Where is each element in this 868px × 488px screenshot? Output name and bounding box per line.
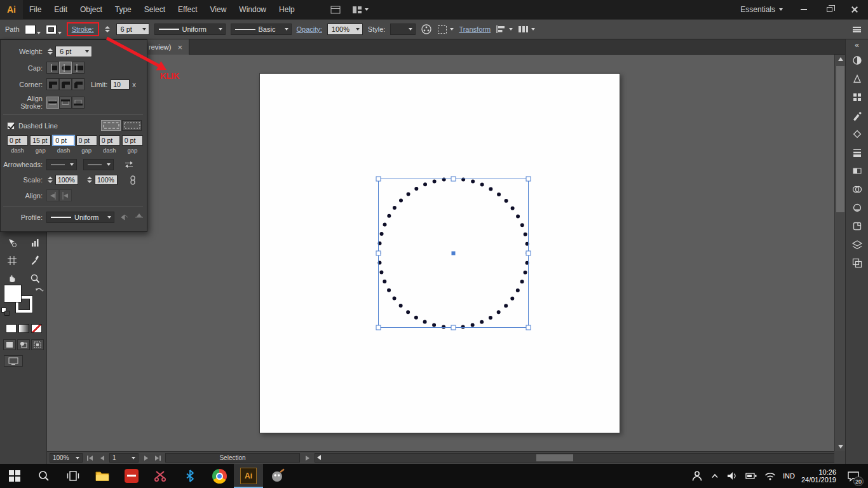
volume-icon[interactable]	[726, 470, 739, 482]
fill-swatch-group[interactable]	[25, 25, 41, 34]
control-panel-menu-button[interactable]	[850, 24, 863, 36]
transparency-panel-icon[interactable]	[846, 180, 868, 198]
swap-fill-stroke-icon[interactable]	[35, 285, 44, 293]
last-artboard-button[interactable]	[153, 454, 163, 462]
scroll-left-icon[interactable]	[317, 455, 321, 460]
color-button[interactable]	[6, 324, 17, 333]
previous-artboard-button[interactable]	[97, 454, 107, 462]
bevel-join-button[interactable]	[72, 78, 85, 90]
align-dashes-to-corners-button[interactable]	[122, 120, 142, 131]
align-arrow-tip-button[interactable]	[46, 189, 59, 201]
fill-color-swatch[interactable]	[4, 285, 22, 302]
file-explorer-button[interactable]	[88, 464, 117, 488]
next-artboard-button[interactable]	[141, 454, 151, 462]
butt-cap-button[interactable]	[46, 62, 59, 74]
zoom-tool[interactable]	[25, 271, 44, 286]
gradient-button[interactable]	[18, 324, 29, 333]
menu-type[interactable]: Type	[109, 0, 138, 19]
restore-button[interactable]	[820, 2, 839, 17]
miter-join-button[interactable]	[46, 78, 59, 90]
dash-input-1[interactable]	[7, 135, 28, 146]
show-hidden-icons-chevron[interactable]	[710, 471, 720, 480]
color-guide-panel-icon[interactable]	[846, 69, 868, 88]
align-options-button[interactable]	[496, 25, 513, 34]
symbols-panel-icon[interactable]	[846, 125, 868, 143]
graphic-style-select[interactable]	[390, 24, 416, 35]
red-app-button[interactable]	[117, 464, 146, 488]
isolate-options-button[interactable]	[437, 25, 454, 34]
layers-panel-icon[interactable]	[846, 235, 868, 254]
document-window-icon[interactable]	[330, 5, 341, 15]
align-arrow-end-button[interactable]	[59, 189, 72, 201]
dash-input-2[interactable]	[53, 135, 74, 146]
menu-object[interactable]: Object	[74, 0, 109, 19]
dashed-line-checkbox[interactable]	[7, 122, 15, 130]
recolor-artwork-icon[interactable]	[421, 24, 432, 35]
network-icon[interactable]	[764, 471, 776, 481]
menu-edit[interactable]: Edit	[48, 0, 74, 19]
canvas[interactable]	[47, 55, 834, 451]
brushes-panel-icon[interactable]	[846, 106, 868, 125]
draw-normal-button[interactable]	[3, 339, 16, 350]
zoom-select[interactable]: 100%	[50, 453, 83, 463]
menu-file[interactable]: File	[23, 0, 48, 19]
weight-stepper[interactable]	[46, 48, 53, 55]
menu-effect[interactable]: Effect	[172, 0, 203, 19]
eyedropper-tool[interactable]	[25, 253, 44, 268]
stroke-panel-link[interactable]: Stroke:	[72, 25, 94, 33]
round-cap-button[interactable]	[59, 62, 72, 74]
stroke-panel-icon[interactable]	[846, 143, 868, 161]
gimp-button[interactable]	[263, 464, 292, 488]
tab-close-icon[interactable]: ×	[177, 43, 182, 51]
swatches-panel-icon[interactable]	[846, 88, 868, 106]
workspace-switcher[interactable]: Essentials	[735, 5, 788, 14]
none-button[interactable]	[31, 324, 42, 333]
projecting-cap-button[interactable]	[72, 62, 85, 74]
language-indicator[interactable]: IND	[783, 472, 795, 480]
link-scales-icon[interactable]	[129, 175, 137, 185]
battery-icon[interactable]	[745, 471, 757, 480]
weight-select[interactable]: 6 pt	[55, 46, 92, 57]
align-stroke-center-button[interactable]	[46, 97, 59, 109]
dash-input-3[interactable]	[99, 135, 120, 146]
scale-start-input[interactable]	[55, 175, 78, 185]
gap-input-3[interactable]	[122, 135, 143, 146]
minimize-button[interactable]	[794, 2, 813, 17]
expand-panels-icon[interactable]: «	[846, 39, 868, 51]
stroke-swatch-group[interactable]	[46, 25, 62, 34]
gradient-panel-icon[interactable]	[846, 161, 868, 180]
flip-along-icon[interactable]	[119, 214, 129, 221]
artboards-panel-icon[interactable]	[846, 254, 868, 272]
draw-inside-button[interactable]	[31, 339, 44, 350]
column-graph-tool[interactable]	[25, 235, 44, 250]
default-fill-stroke-icon[interactable]	[1, 308, 10, 316]
opacity-link[interactable]: Opacity:	[297, 25, 322, 33]
opacity-select[interactable]: 100%	[327, 24, 363, 35]
transform-link[interactable]: Transform	[459, 25, 491, 33]
flip-across-icon[interactable]	[135, 213, 143, 222]
menu-select[interactable]: Select	[138, 0, 172, 19]
status-options-icon[interactable]	[302, 454, 312, 462]
hand-tool[interactable]	[3, 271, 22, 286]
stroke-weight-stepper[interactable]	[104, 26, 111, 32]
menu-window[interactable]: Window	[233, 0, 273, 19]
color-panel-icon[interactable]	[846, 51, 868, 69]
variable-width-profile-select[interactable]: Uniform	[154, 24, 226, 35]
horizontal-scrollbar[interactable]	[315, 453, 843, 463]
scissors-app-button[interactable]	[146, 464, 175, 488]
menu-view[interactable]: View	[204, 0, 233, 19]
brush-definition-select[interactable]: Basic	[231, 24, 292, 35]
action-center-button[interactable]: 20	[843, 464, 864, 488]
taskbar-search-button[interactable]	[29, 464, 58, 488]
gap-input-1[interactable]	[30, 135, 51, 146]
width-profile-select[interactable]: Uniform	[46, 212, 114, 223]
align-stroke-inside-button[interactable]	[59, 97, 72, 109]
draw-behind-button[interactable]	[17, 339, 30, 350]
start-button[interactable]	[0, 464, 29, 488]
appearance-panel-icon[interactable]	[846, 198, 868, 217]
scale-end-stepper[interactable]	[86, 177, 93, 183]
distribute-options-button[interactable]	[518, 25, 535, 34]
vertical-scroll-thumb[interactable]	[836, 66, 844, 212]
scroll-up-icon[interactable]	[835, 55, 846, 64]
stroke-weight-select[interactable]: 6 pt	[116, 24, 149, 35]
